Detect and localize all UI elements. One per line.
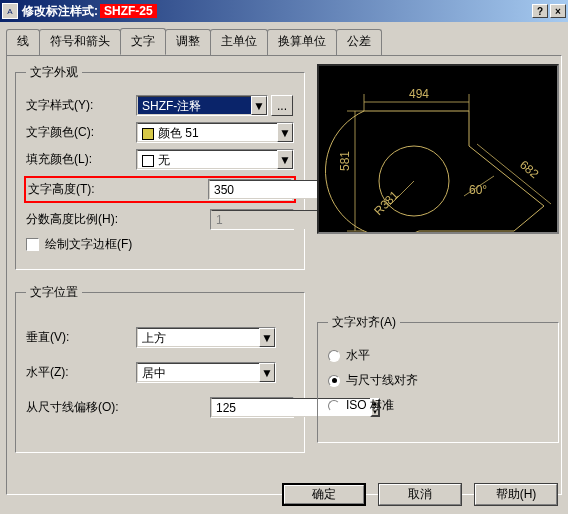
label-text-height: 文字高度(T): bbox=[28, 181, 138, 198]
spinner-offset[interactable]: ▲▼ bbox=[210, 397, 294, 418]
tab-tolerance[interactable]: 公差 bbox=[336, 29, 382, 56]
tab-text[interactable]: 文字 bbox=[120, 28, 166, 55]
radio-icon bbox=[328, 375, 340, 387]
radio-dot-icon bbox=[332, 378, 337, 383]
radio-aligned[interactable]: 与尺寸线对齐 bbox=[328, 372, 548, 389]
combo-text-color-value: 颜色 51 bbox=[137, 123, 277, 142]
combo-vertical[interactable]: 上方 ▼ bbox=[136, 327, 276, 348]
combo-fill-color-value: 无 bbox=[137, 150, 277, 169]
radio-iso-label: ISO 标准 bbox=[346, 397, 394, 414]
help-button[interactable]: ? bbox=[532, 4, 548, 18]
titlebar: A 修改标注样式:SHZF-25 ? × bbox=[0, 0, 568, 22]
label-fill-color: 填充颜色(L): bbox=[26, 151, 136, 168]
dim-right: 682 bbox=[517, 158, 542, 182]
window-title: 修改标注样式:SHZF-25 bbox=[22, 3, 157, 20]
radio-icon bbox=[328, 350, 340, 362]
combo-horizontal-value: 居中 bbox=[137, 363, 259, 382]
title-highlight: SHZF-25 bbox=[100, 4, 157, 18]
combo-vertical-value: 上方 bbox=[137, 328, 259, 347]
legend-position: 文字位置 bbox=[26, 284, 82, 301]
tab-panel: 文字外观 文字样式(Y): SHZF-注释 ▼ ... 文字颜色(C): 颜色 … bbox=[6, 55, 562, 495]
chevron-down-icon[interactable]: ▼ bbox=[259, 328, 275, 347]
close-button[interactable]: × bbox=[550, 4, 566, 18]
radio-iso[interactable]: ISO 标准 bbox=[328, 397, 548, 414]
label-text-style: 文字样式(Y): bbox=[26, 97, 136, 114]
group-appearance: 文字外观 文字样式(Y): SHZF-注释 ▼ ... 文字颜色(C): 颜色 … bbox=[15, 64, 305, 270]
legend-appearance: 文字外观 bbox=[26, 64, 82, 81]
label-draw-frame: 绘制文字边框(F) bbox=[45, 236, 132, 253]
checkbox-draw-frame[interactable] bbox=[26, 238, 39, 251]
label-offset: 从尺寸线偏移(O): bbox=[26, 399, 156, 416]
radio-icon bbox=[328, 400, 340, 412]
label-vertical: 垂直(V): bbox=[26, 329, 136, 346]
label-horizontal: 水平(Z): bbox=[26, 364, 136, 381]
cancel-button[interactable]: 取消 bbox=[378, 483, 462, 506]
radio-aligned-label: 与尺寸线对齐 bbox=[346, 372, 418, 389]
help-button[interactable]: 帮助(H) bbox=[474, 483, 558, 506]
label-text-color: 文字颜色(C): bbox=[26, 124, 136, 141]
combo-text-color[interactable]: 颜色 51 ▼ bbox=[136, 122, 294, 143]
chevron-down-icon[interactable]: ▼ bbox=[277, 150, 293, 169]
radio-horizontal[interactable]: 水平 bbox=[328, 347, 548, 364]
svg-line-7 bbox=[477, 144, 551, 204]
tab-fit[interactable]: 调整 bbox=[165, 29, 211, 56]
tab-strip: 线 符号和箭头 文字 调整 主单位 换算单位 公差 bbox=[0, 22, 568, 55]
combo-horizontal[interactable]: 居中 ▼ bbox=[136, 362, 276, 383]
color-swatch bbox=[142, 128, 154, 140]
spinner-text-height[interactable]: ▲▼ bbox=[208, 179, 292, 200]
tab-alt-units[interactable]: 换算单位 bbox=[267, 29, 337, 56]
app-icon: A bbox=[2, 3, 18, 19]
tab-primary-units[interactable]: 主单位 bbox=[210, 29, 268, 56]
spinner-fraction-scale: ▲▼ bbox=[210, 209, 294, 230]
dim-angle: 60° bbox=[469, 183, 487, 197]
radio-horizontal-label: 水平 bbox=[346, 347, 370, 364]
dim-radius: R381 bbox=[371, 188, 401, 218]
chevron-down-icon[interactable]: ▼ bbox=[259, 363, 275, 382]
combo-text-style-value: SHZF-注释 bbox=[137, 96, 251, 115]
group-alignment: 文字对齐(A) 水平 与尺寸线对齐 ISO 标准 bbox=[317, 314, 559, 443]
tab-lines[interactable]: 线 bbox=[6, 29, 40, 56]
dim-left: 581 bbox=[338, 151, 352, 171]
dialog-buttons: 确定 取消 帮助(H) bbox=[282, 483, 558, 506]
preview-pane: 494 581 682 60° R381 bbox=[317, 64, 559, 234]
combo-fill-color[interactable]: 无 ▼ bbox=[136, 149, 294, 170]
button-text-style-more[interactable]: ... bbox=[271, 95, 293, 116]
label-fraction-scale: 分数高度比例(H): bbox=[26, 211, 166, 228]
dim-top: 494 bbox=[409, 87, 429, 101]
ok-button[interactable]: 确定 bbox=[282, 483, 366, 506]
group-position: 文字位置 垂直(V): 上方 ▼ 水平(Z): 居中 ▼ 从 bbox=[15, 284, 305, 453]
chevron-down-icon[interactable]: ▼ bbox=[277, 123, 293, 142]
color-swatch bbox=[142, 155, 154, 167]
combo-text-style[interactable]: SHZF-注释 ▼ bbox=[136, 95, 268, 116]
legend-alignment: 文字对齐(A) bbox=[328, 314, 400, 331]
tab-symbols[interactable]: 符号和箭头 bbox=[39, 29, 121, 56]
chevron-down-icon[interactable]: ▼ bbox=[251, 96, 267, 115]
